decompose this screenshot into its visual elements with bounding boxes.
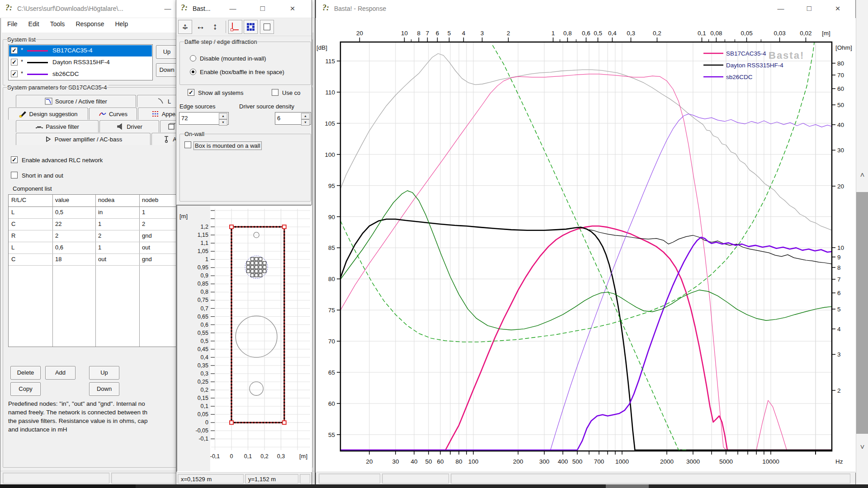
wavelength-tick-label: 5 [448,30,451,37]
table-header-cell[interactable]: nodeb [142,197,158,203]
add-button[interactable]: Add [45,366,75,380]
move-all-icon[interactable]: ↔ ↕ [178,20,192,34]
edge-sources-spinner[interactable]: ▲▼ [219,113,227,124]
table-cell[interactable]: 2 [142,221,145,227]
table-cell[interactable]: R [11,232,15,239]
taskbar-segment [606,484,649,488]
response-close-button[interactable]: × [827,0,848,17]
table-cell[interactable]: 1 [98,244,101,251]
table-cell[interactable]: 0,5 [55,209,63,216]
onwall-checkbox[interactable] [184,141,191,148]
db-tick-label: 70 [328,338,335,345]
table-cell[interactable]: L [11,244,14,251]
freq-tick-label: 2000 [660,458,674,465]
baffle-maximize-button[interactable]: □ [252,0,273,17]
table-cell[interactable]: L [11,209,14,216]
table-cell[interactable]: 0,6 [55,244,63,251]
move-horizontal-icon[interactable]: ↔ [193,20,208,34]
table-cell[interactable]: 18 [55,256,61,263]
scroll-down-icon[interactable]: ˅ [856,443,868,452]
spin-down-icon[interactable]: ▼ [219,119,227,126]
tab-source-active-filter[interactable]: Source / Active filter [16,95,136,107]
table-cell[interactable]: gnd [142,232,152,239]
delete-button[interactable]: Delete [10,366,41,380]
spin-down-icon[interactable]: ▼ [301,119,310,126]
baffle-x-tick-label: 0,1 [244,453,252,460]
table-header-cell[interactable]: R/L/C [11,197,26,203]
freq-tick-label: 5000 [719,458,733,465]
wavelength-tick-label: 10 [401,30,408,37]
up-button[interactable]: Up [89,366,119,380]
spin-up-icon[interactable]: ▲ [219,113,227,119]
play-icon [44,136,52,143]
baffle-y-tick-label: 0,55 [198,330,208,336]
baffle-corner-handle[interactable] [283,225,286,229]
axis-origin-icon[interactable] [228,20,242,34]
baffle-plot-panel[interactable]: 1,21,151,11,0510,950,90,850,80,750,70,65… [176,205,312,472]
disable-inwall-radio[interactable] [190,55,196,61]
baffle-corner-handle[interactable] [230,421,233,424]
table-cell[interactable]: out [142,244,150,251]
show-all-systems-label: Show all systems [198,89,243,96]
tab-driver[interactable]: Driver [99,120,159,132]
basta-app-icon: ?: [181,3,188,13]
spin-up-icon[interactable]: ▲ [301,113,310,119]
table-cell[interactable]: C [11,256,15,263]
table-header-cell[interactable]: value [55,197,69,203]
screen-scrollbar-track[interactable]: ˄ ˅ [856,0,868,484]
table-header-cell[interactable]: nodea [98,197,114,203]
tab-curves[interactable]: Curves [89,108,137,120]
short-io-checkbox[interactable] [11,172,18,178]
table-cell[interactable]: C [11,221,15,227]
response-chart[interactable]: 115110105100959085807570656055[dB]807060… [316,18,856,473]
tab-design-suggestion[interactable]: Design suggestion [8,108,88,120]
density-spinner[interactable]: ▲▼ [301,113,310,124]
baffle-corner-handle[interactable] [230,225,233,229]
tab-passive-filter[interactable]: Passive filter [16,120,99,132]
table-cell[interactable]: gnd [142,256,152,263]
baffle-canvas[interactable]: 1,21,151,11,0510,950,90,850,80,750,70,65… [177,206,311,471]
freq-tick-label: 10000 [762,458,779,465]
ohm-tick-label: 7 [837,276,841,283]
enable-freespace-radio[interactable] [190,69,196,75]
baffle-y-tick-label: 0,1 [201,403,208,409]
ohm-tick-label: 4 [837,326,841,333]
baffle-close-button[interactable]: × [282,0,303,17]
legend-label: SB17CAC35-4 [726,50,766,57]
tab-label: Curves [109,111,127,117]
table-cell[interactable]: 1 [142,209,145,216]
wavelength-tick-label: 0,03 [774,30,785,37]
source-point [255,270,258,273]
wavelength-tick-label: 3 [481,30,484,37]
show-all-systems-checkbox[interactable]: ✓ [188,89,194,96]
blank-square-icon[interactable] [260,20,274,34]
table-cell[interactable]: in [98,209,103,216]
scroll-up-icon[interactable]: ˄ [856,171,868,180]
enable-rlc-checkbox[interactable]: ✓ [11,156,18,163]
scrollbar-thumb[interactable] [856,192,868,434]
table-cell[interactable]: 2 [98,232,101,239]
tab-power-amplifier-ac-bass[interactable]: Power amplifier / AC-bass [16,133,151,145]
tab-label: Design suggestion [29,111,78,117]
ohm-tick-label: 60 [837,85,844,92]
table-cell[interactable]: 1 [98,221,101,227]
response-minimize-button[interactable]: — [770,0,791,17]
edge-grid-icon[interactable] [244,20,258,34]
baffle-corner-handle[interactable] [283,421,286,424]
down-button[interactable]: Down [89,382,119,396]
move-vertical-icon[interactable]: ↕ [208,20,222,34]
note-line: Predefined nodes: "in", "out" and "gnd".… [8,399,180,408]
ohm-tick-label: 2 [837,387,841,394]
source-point [251,274,254,277]
copy-button[interactable]: Copy [10,382,41,396]
ohm-tick-label: 20 [837,183,844,190]
table-cell[interactable]: 22 [55,221,61,227]
use-co-label: Use co [282,89,300,96]
table-cell[interactable]: 2 [55,232,58,239]
db-tick-label: 80 [328,276,335,282]
table-cell[interactable]: out [98,256,106,263]
db-tick-label: 60 [328,400,335,407]
use-co-checkbox[interactable] [272,89,278,96]
baffle-minimize-button[interactable]: — [222,0,243,17]
response-maximize-button[interactable]: □ [799,0,820,17]
